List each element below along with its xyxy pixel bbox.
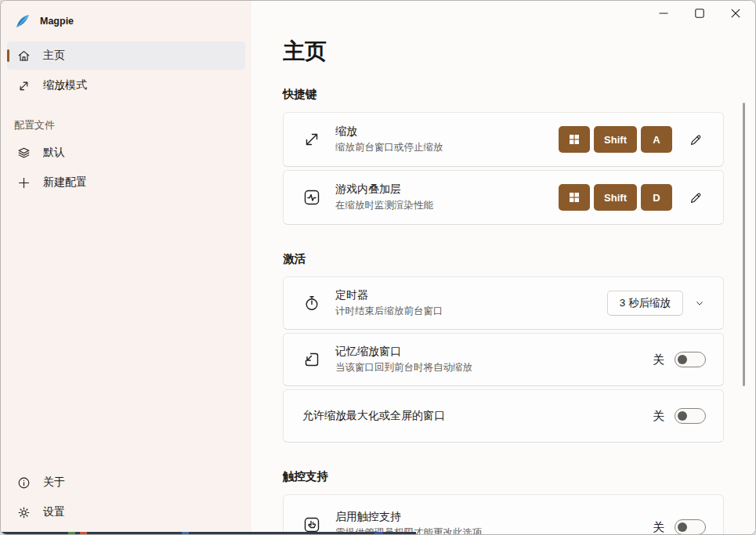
section-header-activation: 激活 [283, 251, 724, 266]
shortcut-card-scale: 缩放 缩放前台窗口或停止缩放 Shift A [283, 112, 724, 167]
layers-icon [16, 146, 31, 161]
toggle-knob [678, 522, 687, 532]
toggle-state-label: 关 [653, 409, 664, 424]
sidebar-item-default-profile[interactable]: 默认 [7, 139, 245, 167]
sidebar-item-label: 设置 [43, 505, 65, 519]
shortcuts-cards: 缩放 缩放前台窗口或停止缩放 Shift A [283, 112, 724, 225]
sidebar-item-label: 主页 [43, 49, 65, 63]
page-title: 主页 [283, 37, 724, 67]
app-window: Magpie 主页 缩放模式 配置文件 默认 [0, 0, 756, 535]
main-content: 主页 快捷键 缩放 缩放前台窗口或停止缩放 [251, 1, 755, 534]
taskbar-icon-fragment [80, 532, 87, 534]
taskbar-icon-fragment [182, 532, 189, 534]
edit-shortcut-button[interactable] [685, 187, 706, 208]
fullscreen-toggle-group: 关 [653, 408, 706, 424]
toggle-state-label: 关 [653, 352, 664, 367]
sidebar-item-settings[interactable]: 设置 [7, 498, 245, 526]
fullscreen-zoom-toggle[interactable] [675, 408, 706, 424]
sidebar-item-about[interactable]: 关于 [7, 468, 245, 497]
gear-icon [16, 505, 31, 520]
pencil-icon [689, 132, 704, 147]
window-memory-icon [302, 350, 321, 369]
touch-cards: 启用触控支持 需提供管理员权限才能更改此选项 了解更多 关 [283, 494, 724, 534]
memory-toggle-group: 关 [653, 352, 706, 367]
card-title: 记忆缩放窗口 [335, 345, 472, 359]
shift-key: Shift [594, 184, 637, 211]
shortcut-card-overlay: 游戏内叠加层 在缩放时监测渲染性能 Shift D [283, 170, 724, 225]
sidebar-item-new-profile[interactable]: 新建配置 [7, 168, 245, 197]
card-subtitle: 缩放前台窗口或停止缩放 [335, 141, 443, 154]
fullscreen-zoom-card: 允许缩放最大化或全屏的窗口 关 [283, 389, 724, 443]
sidebar-nav: 主页 缩放模式 配置文件 默认 新建配置 [1, 42, 251, 197]
shortcut-keys: Shift A [559, 126, 672, 153]
minimize-icon [659, 9, 668, 18]
card-text: 缩放 缩放前台窗口或停止缩放 [335, 125, 443, 154]
card-subtitle: 计时结束后缩放前台窗口 [335, 305, 443, 318]
card-title: 定时器 [335, 288, 443, 302]
maximize-icon [695, 9, 704, 18]
timer-icon [302, 294, 321, 313]
card-subtitle: 在缩放时监测渲染性能 [335, 199, 433, 212]
shortcut-keys: Shift D [559, 184, 672, 211]
resize-arrow-icon [16, 78, 31, 93]
close-icon [731, 9, 740, 18]
card-title: 允许缩放最大化或全屏的窗口 [302, 409, 445, 423]
toggle-state-label: 关 [653, 520, 664, 535]
card-text: 允许缩放最大化或全屏的窗口 [302, 409, 445, 423]
plus-icon [16, 175, 31, 190]
windows-key [559, 126, 590, 153]
close-button[interactable] [718, 1, 754, 26]
timer-dropdown-value[interactable]: 3 秒后缩放 [607, 291, 683, 316]
sidebar-item-label: 关于 [43, 475, 65, 490]
card-title: 启用触控支持 [335, 510, 483, 524]
card-text: 记忆缩放窗口 当该窗口回到前台时将自动缩放 [335, 345, 472, 374]
edit-shortcut-button[interactable] [685, 129, 706, 150]
home-icon [16, 49, 31, 63]
minimize-button[interactable] [646, 1, 682, 26]
timer-dropdown: 3 秒后缩放 [607, 291, 706, 316]
performance-overlay-icon [302, 188, 321, 207]
card-text: 游戏内叠加层 在缩放时监测渲染性能 [335, 183, 433, 212]
section-header-shortcuts: 快捷键 [283, 87, 724, 102]
shift-key: Shift [594, 126, 637, 153]
card-title: 缩放 [335, 125, 443, 139]
windows-logo-icon [569, 134, 580, 145]
app-title: Magpie [40, 16, 74, 27]
maximize-button[interactable] [682, 1, 718, 26]
sidebar-footer: 关于 设置 [1, 467, 251, 528]
sidebar-item-label: 默认 [43, 146, 65, 160]
taskbar-icon-fragment [68, 532, 75, 534]
timer-dropdown-expander[interactable] [693, 297, 706, 309]
scrollbar-thumb[interactable] [743, 103, 745, 386]
taskbar-sliver [1, 532, 416, 534]
card-text: 启用触控支持 需提供管理员权限才能更改此选项 了解更多 [335, 510, 483, 534]
card-title: 游戏内叠加层 [335, 183, 433, 197]
memory-zoom-card: 记忆缩放窗口 当该窗口回到前台时将自动缩放 关 [283, 333, 724, 386]
card-subtitle: 当该窗口回到前台时将自动缩放 [335, 361, 472, 374]
pencil-icon [689, 190, 704, 205]
section-header-touch: 触控支持 [283, 469, 724, 484]
chevron-down-icon [693, 297, 706, 309]
memory-zoom-toggle[interactable] [675, 352, 706, 367]
sidebar-item-label: 新建配置 [43, 175, 87, 190]
toggle-knob [678, 411, 687, 421]
zoom-arrows-icon [302, 130, 321, 149]
sidebar-item-label: 缩放模式 [43, 78, 87, 92]
card-text: 定时器 计时结束后缩放前台窗口 [335, 288, 443, 318]
profiles-section-label: 配置文件 [1, 101, 251, 137]
info-icon [16, 475, 31, 490]
letter-key: A [641, 126, 672, 153]
windows-key [559, 184, 590, 211]
app-header: Magpie [1, 1, 251, 37]
sidebar-item-home[interactable]: 主页 [7, 42, 245, 70]
toggle-knob [678, 355, 687, 364]
windows-logo-icon [569, 192, 580, 203]
magpie-logo-icon [15, 13, 31, 29]
sidebar: Magpie 主页 缩放模式 配置文件 默认 [1, 1, 251, 534]
timer-card: 定时器 计时结束后缩放前台窗口 3 秒后缩放 [283, 277, 724, 330]
touch-support-card: 启用触控支持 需提供管理员权限才能更改此选项 了解更多 关 [283, 494, 724, 534]
sidebar-item-scaling-modes[interactable]: 缩放模式 [7, 71, 245, 99]
window-controls [646, 1, 754, 26]
touch-support-toggle[interactable] [675, 519, 706, 534]
activation-cards: 定时器 计时结束后缩放前台窗口 3 秒后缩放 [283, 277, 724, 443]
